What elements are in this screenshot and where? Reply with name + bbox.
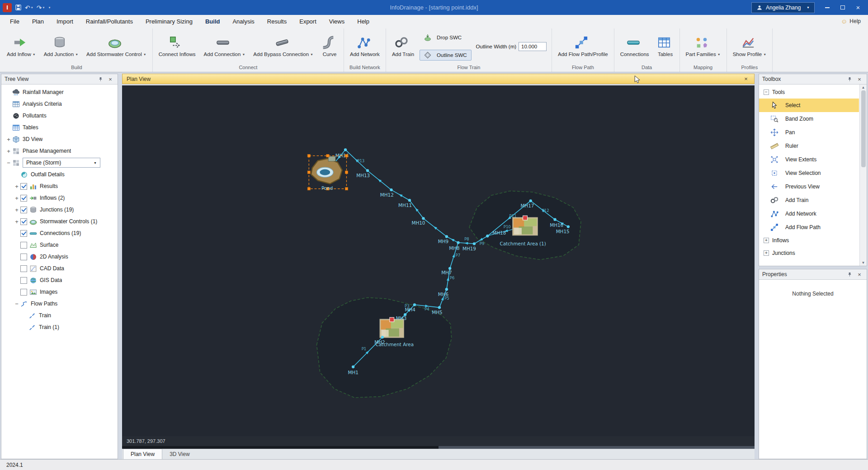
close-icon[interactable]: × <box>855 75 863 83</box>
ribbon-button-outline-swc[interactable]: Outline SWC <box>420 50 471 61</box>
close-icon[interactable]: × <box>742 75 750 83</box>
node-MH15[interactable] <box>567 225 570 228</box>
toolbox-scrollbar[interactable]: ▲ ▼ <box>859 85 867 266</box>
tree-checkbox[interactable] <box>20 277 27 284</box>
selection-handle[interactable] <box>345 155 348 157</box>
tab-plan-view[interactable]: Plan View <box>123 449 162 459</box>
node-MH14[interactable] <box>344 148 347 151</box>
tree-checkbox[interactable] <box>20 218 27 225</box>
maximize-button[interactable] <box>835 2 850 14</box>
menu-build[interactable]: Build <box>199 16 226 27</box>
section-expander-icon[interactable]: + <box>764 250 769 256</box>
tree-item-2d-analysis[interactable]: 2D Analysis <box>1 251 118 263</box>
tree-item-flow-paths[interactable]: −Flow Paths <box>1 298 118 310</box>
scrollbar-thumb[interactable] <box>861 90 866 167</box>
phase-selector[interactable]: Phase (Storm)▼ <box>23 158 100 168</box>
node-MH17[interactable] <box>529 199 532 202</box>
tool-ruler[interactable]: Ruler <box>759 139 859 153</box>
undo-button[interactable]: ↶▼ <box>25 4 33 11</box>
scrollbar-thumb[interactable] <box>439 446 755 449</box>
tool-view-selection[interactable]: View Selection <box>759 166 859 180</box>
menu-analysis[interactable]: Analysis <box>226 16 260 27</box>
ribbon-button-add-flow-path-profile[interactable]: Add Flow Path/Profile <box>554 28 612 64</box>
tree-expander-icon[interactable]: + <box>5 136 12 143</box>
toolbox-section-inflows[interactable]: +Inflows <box>759 234 867 247</box>
customize-qat-button[interactable]: ▼ <box>48 6 51 9</box>
tree-checkbox[interactable] <box>20 183 27 190</box>
tree-item-train[interactable]: Train <box>1 310 118 321</box>
node-MH9[interactable] <box>445 235 448 238</box>
tool-pan[interactable]: Pan <box>759 126 859 139</box>
scroll-down-icon[interactable]: ▼ <box>862 261 865 265</box>
ribbon-button-part-families[interactable]: Part Families▼ <box>682 28 724 64</box>
menu-file[interactable]: File <box>4 16 26 27</box>
tree-item-rainfall-manager[interactable]: Rainfall Manager <box>1 86 118 98</box>
menu-plan[interactable]: Plan <box>26 16 50 27</box>
menu-export[interactable]: Export <box>293 16 323 27</box>
node-MH5[interactable] <box>438 306 441 309</box>
user-menu[interactable]: Angelia Zhang ▼ <box>751 2 815 13</box>
ribbon-button-drop-swc[interactable]: Drop SWC <box>420 32 471 43</box>
tool-add-flow-path[interactable]: Add Flow Path <box>759 221 859 234</box>
ribbon-button-add-inflow[interactable]: Add Inflow▼ <box>3 28 39 64</box>
ribbon-button-add-network[interactable]: Add Network <box>346 28 383 64</box>
catchment-marker-icon[interactable] <box>523 216 528 220</box>
tree-item-results[interactable]: +Results <box>1 180 118 192</box>
tree-item-train-1[interactable]: Train (1) <box>1 321 118 333</box>
tree-expander-icon[interactable]: + <box>13 218 20 225</box>
close-icon[interactable]: × <box>106 75 114 83</box>
ribbon-button-add-stormwater-control[interactable]: Add Stormwater Control▼ <box>83 28 150 64</box>
minimize-button[interactable] <box>820 2 835 14</box>
tree-item-3d-view[interactable]: +3D View <box>1 133 118 145</box>
menu-rainfall-pollutants[interactable]: Rainfall/Pollutants <box>80 16 139 27</box>
tree-item-analysis-criteria[interactable]: Analysis Criteria <box>1 98 118 110</box>
menu-views[interactable]: Views <box>323 16 351 27</box>
redo-button[interactable]: ↷▼ <box>37 4 45 11</box>
tree-item-phase-management[interactable]: +Phase Management <box>1 145 118 157</box>
node-MH18[interactable] <box>486 235 489 237</box>
close-icon[interactable]: × <box>855 270 863 278</box>
ribbon-button-add-junction[interactable]: Add Junction▼ <box>40 28 82 64</box>
node-MH7[interactable] <box>448 267 451 270</box>
ribbon-button-add-bypass-connection[interactable]: Add Bypass Connection▼ <box>250 28 317 64</box>
ribbon-button-tables[interactable]: Tables <box>654 28 677 64</box>
menu-preliminary-sizing[interactable]: Preliminary Sizing <box>139 16 199 27</box>
tree-expander-icon[interactable]: + <box>13 183 20 190</box>
pin-icon[interactable] <box>845 75 854 83</box>
selection-handle[interactable] <box>307 188 310 190</box>
node-MH16[interactable] <box>553 218 556 221</box>
tree-checkbox[interactable] <box>20 265 27 272</box>
toolbox-section-tools[interactable]: −Tools <box>759 86 867 99</box>
menu-help[interactable]: Help <box>351 16 376 27</box>
node-MH4[interactable] <box>413 303 416 306</box>
tree-checkbox[interactable] <box>20 289 27 296</box>
section-expander-icon[interactable]: + <box>764 238 769 243</box>
catchment-marker-icon[interactable] <box>390 317 394 322</box>
tree-item-pollutants[interactable]: Pollutants <box>1 110 118 122</box>
tree-item-gis-data[interactable]: GIS Data <box>1 274 118 286</box>
tree-item-cad-data[interactable]: CAD Data <box>1 263 118 274</box>
scroll-up-icon[interactable]: ▲ <box>862 85 865 89</box>
tree-item-phase-storm[interactable]: −Phase (Storm)▼ <box>1 157 118 169</box>
node-MH19[interactable] <box>473 242 476 245</box>
tree-checkbox[interactable] <box>20 207 27 213</box>
ribbon-button-curve[interactable]: Curve <box>318 28 341 64</box>
tree-checkbox[interactable] <box>20 230 27 237</box>
tree-expander-icon[interactable]: − <box>13 301 20 307</box>
tab-3d-view[interactable]: 3D View <box>162 449 197 459</box>
selection-handle[interactable] <box>345 188 348 190</box>
pin-icon[interactable] <box>845 270 854 278</box>
node-MH8[interactable] <box>457 241 459 244</box>
tree-item-images[interactable]: Images <box>1 286 118 298</box>
tool-select[interactable]: Select <box>759 99 859 112</box>
tool-add-network[interactable]: Add Network <box>759 207 859 221</box>
selection-handle[interactable] <box>326 155 329 157</box>
pin-icon[interactable] <box>96 75 104 83</box>
horizontal-scrollbar[interactable] <box>122 446 755 449</box>
tree-expander-icon[interactable]: − <box>5 160 12 166</box>
plan-view-header[interactable]: Plan View × <box>122 74 755 84</box>
section-expander-icon[interactable]: − <box>764 89 769 95</box>
menu-import[interactable]: Import <box>50 16 80 27</box>
catchment-polygon[interactable] <box>316 297 451 397</box>
ribbon-button-connect-inflows[interactable]: Connect Inflows <box>155 28 199 64</box>
